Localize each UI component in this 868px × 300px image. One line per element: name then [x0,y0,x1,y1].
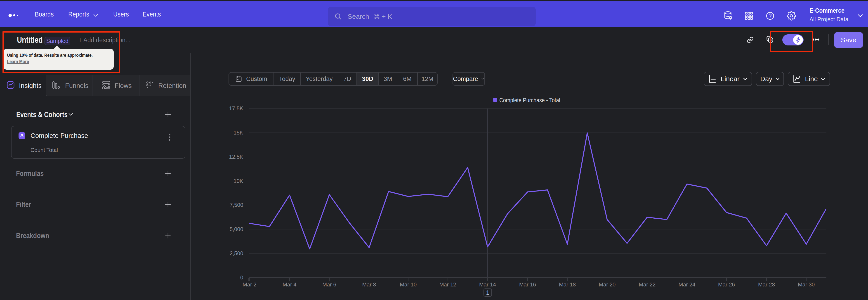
svg-text:Mar 14: Mar 14 [479,281,496,288]
svg-text:10K: 10K [234,178,243,184]
svg-text:12.5K: 12.5K [229,154,243,160]
svg-text:Mar 8: Mar 8 [362,281,376,288]
svg-text:Mar 16: Mar 16 [519,281,536,288]
svg-text:7,500: 7,500 [230,202,243,208]
svg-text:2,500: 2,500 [230,250,243,257]
svg-text:Mar 4: Mar 4 [283,281,296,288]
svg-text:Mar 30: Mar 30 [798,281,815,288]
svg-text:Complete Purchase - Total: Complete Purchase - Total [499,97,560,103]
svg-text:5,000: 5,000 [230,226,243,232]
svg-text:Mar 2: Mar 2 [243,281,256,288]
svg-text:Mar 28: Mar 28 [758,281,775,288]
svg-text:Mar 6: Mar 6 [322,281,336,288]
svg-text:Mar 12: Mar 12 [439,281,456,288]
svg-text:Mar 22: Mar 22 [639,281,656,288]
svg-text:Mar 26: Mar 26 [718,281,735,288]
svg-text:Mar 20: Mar 20 [599,281,616,288]
svg-text:Mar 10: Mar 10 [400,281,417,288]
svg-text:0: 0 [240,274,243,280]
svg-text:15K: 15K [234,129,243,136]
svg-text:Mar 18: Mar 18 [559,281,576,288]
svg-text:17.5K: 17.5K [229,106,243,112]
svg-text:Mar 24: Mar 24 [679,281,695,288]
